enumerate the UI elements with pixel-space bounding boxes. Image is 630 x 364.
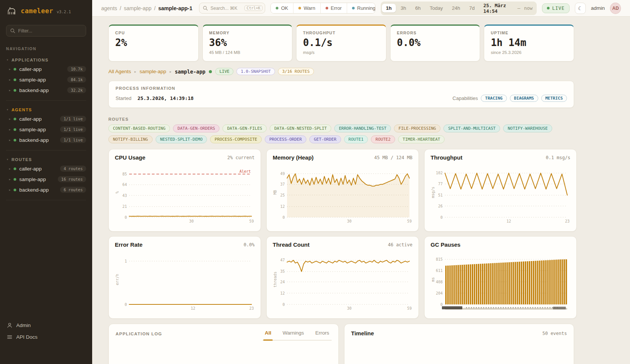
route-chips: CONTENT-BASED-ROUTINGDATA-GEN-ORDERSDATA… [108,124,574,143]
agent-link-all-agents[interactable]: All Agents [108,69,131,74]
range-3h[interactable]: 3h [397,4,410,12]
user-avatar[interactable]: AD [610,3,621,14]
agent-crumbs: All Agents▸sample-app▸ [108,69,171,74]
breadcrumb-agents[interactable]: agents [101,5,117,11]
search-input[interactable] [210,6,242,11]
svg-text:%: % [115,191,119,194]
app-logo[interactable]: cameleer v3.2.1 [6,5,86,17]
chevron-right-icon: ▸ [9,167,11,170]
error-rate-chart: 10err/h1223 [115,249,255,311]
svg-text:43: 43 [122,194,127,198]
nav-group-header-routes[interactable]: ▾ROUTES [6,156,86,163]
sidebar-item-admin[interactable]: Admin [6,319,86,331]
range-1h[interactable]: 1h [382,4,396,12]
date-range-start[interactable]: 25. März 14:54 [483,3,515,14]
route-chip-process-composite[interactable]: PROCESS-COMPOSITE [210,135,262,143]
route-chip-split-and-multicast[interactable]: SPLIT-AND-MULTICAST [443,124,500,132]
svg-text:35: 35 [280,269,285,273]
status-dot [14,89,16,92]
status-filter-error[interactable]: Error [320,3,347,13]
agent-badge-3-16-routes: 3/16 ROUTES [278,68,314,75]
sidebar-item-routes-caller-app[interactable]: ▸caller-app4 routes [6,163,86,174]
sidebar-item-label: caller-app [19,116,42,122]
route-chip-notify-billing[interactable]: NOTIFY-BILLING [108,135,153,143]
svg-text:85: 85 [122,172,127,176]
sidebar-item-label: sample-app [19,77,46,83]
nav-group-header-agents[interactable]: ▾AGENTS [6,106,86,114]
range-6h[interactable]: 6h [411,4,425,12]
route-chip-notify-warehouse[interactable]: NOTIFY-WAREHOUSE [503,124,552,132]
svg-text:0: 0 [440,303,443,307]
range-24h[interactable]: 24h [448,4,465,12]
chart-header: GC Pauses [431,241,570,248]
agent-link-sample-app[interactable]: sample-app [140,69,167,74]
chevron-right-icon: ▸ [9,128,11,131]
range-7d[interactable]: 7d [465,4,479,12]
breadcrumb-separator: / [120,5,121,11]
routes-label: ROUTES [108,117,574,121]
breadcrumb-sample-app[interactable]: sample-app [124,5,151,11]
sidebar-item-routes-backend-app[interactable]: ▸backend-app6 routes [6,184,86,195]
count-badge: 10.7k [67,66,86,72]
svg-text:204: 204 [436,291,443,295]
route-chip-data-gen-files[interactable]: DATA-GEN-FILES [222,124,267,132]
moon-icon [578,5,583,11]
route-chip-file-processing[interactable]: FILE-PROCESSING [394,124,440,132]
sidebar-item-routes-sample-app[interactable]: ▸sample-app16 routes [6,174,86,184]
route-chip-route1[interactable]: ROUTE1 [344,135,368,143]
route-chip-get-order[interactable]: GET-ORDER [309,135,341,143]
sidebar-item-applications-backend-app[interactable]: ▸backend-app32.2k [6,85,86,95]
sidebar-item-applications-sample-app[interactable]: ▸sample-app84.1k [6,74,86,85]
agent-breadcrumb-bar: All Agents▸sample-app▸ sample-app LIVE1.… [108,68,574,75]
route-chip-error-handling-test[interactable]: ERROR-HANDLING-TEST [334,124,391,132]
svg-text:408: 408 [436,280,443,284]
top-header: agents / sample-app / sample-app-1 Ctrl+… [92,0,630,17]
svg-text:25: 25 [280,193,285,197]
global-search[interactable]: Ctrl+K [199,3,265,14]
route-chip-timer-heartbeat[interactable]: TIMER-HEARTBEAT [398,135,445,143]
sidebar-item-agents-sample-app[interactable]: ▸sample-app1/1 live [6,124,86,135]
timeline-header: Timeline 50 events [351,330,567,336]
route-chip-data-gen-orders[interactable]: DATA-GEN-ORDERS [173,124,219,132]
route-chip-content-based-routing[interactable]: CONTENT-BASED-ROUTING [108,124,170,132]
range-today[interactable]: Today [426,4,447,12]
memory-heap-chart: 493725120MB3059 [273,162,412,224]
user-name[interactable]: admin [591,5,605,11]
application-log-header: APPLICATION LOG AllWarningsErrors [116,330,332,341]
sidebar-filter[interactable] [6,25,86,37]
date-range-end[interactable]: now [524,5,533,11]
route-chip-process-order[interactable]: PROCESS-ORDER [265,135,306,143]
breadcrumb: agents / sample-app / sample-app-1 [101,5,192,11]
log-tab-errors[interactable]: Errors [315,330,329,340]
routes-section: ROUTES CONTENT-BASED-ROUTINGDATA-GEN-ORD… [108,117,574,143]
route-chip-route2[interactable]: ROUTE2 [371,135,395,143]
status-dot [14,118,16,120]
sidebar-item-api-docs[interactable]: API Docs [6,331,86,343]
filter-input[interactable] [18,28,82,34]
sidebar-item-label: caller-app [19,166,42,172]
log-tab-all[interactable]: All [265,330,271,340]
nav-group-header-applications[interactable]: ▾APPLICATIONS [6,56,86,64]
svg-text:59: 59 [249,219,254,223]
log-tab-warnings[interactable]: Warnings [283,330,304,340]
chart-current-value: 46 active [388,242,412,247]
sidebar-item-agents-backend-app[interactable]: ▸backend-app1/1 live [6,135,86,145]
theme-toggle[interactable] [575,3,586,14]
sidebar-item-label: sample-app [19,177,46,182]
time-range-buttons: 1h3h6hToday24h7d [382,4,479,12]
route-chip-data-gen-nested-split[interactable]: DATA-GEN-NESTED-SPLIT [270,124,331,132]
svg-text:0: 0 [125,215,127,220]
live-indicator[interactable]: LIVE [542,3,570,13]
route-chip-nested-split-demo[interactable]: NESTED-SPLIT-DEMO [156,135,207,143]
status-filter-running[interactable]: Running [347,3,375,13]
status-filter-label: Running [357,5,375,11]
caret-icon: ▾ [7,58,8,61]
status-filter-ok[interactable]: OK [271,3,293,13]
svg-text:102: 102 [436,171,443,175]
sidebar-item-applications-caller-app[interactable]: ▸caller-app10.7k [6,64,86,74]
svg-text:0: 0 [283,303,285,307]
nav-group-title: ROUTES [12,157,32,162]
sidebar-footer: Admin API Docs [6,319,86,343]
status-filter-warn[interactable]: Warn [293,3,320,13]
sidebar-item-agents-caller-app[interactable]: ▸caller-app1/1 live [6,114,86,124]
